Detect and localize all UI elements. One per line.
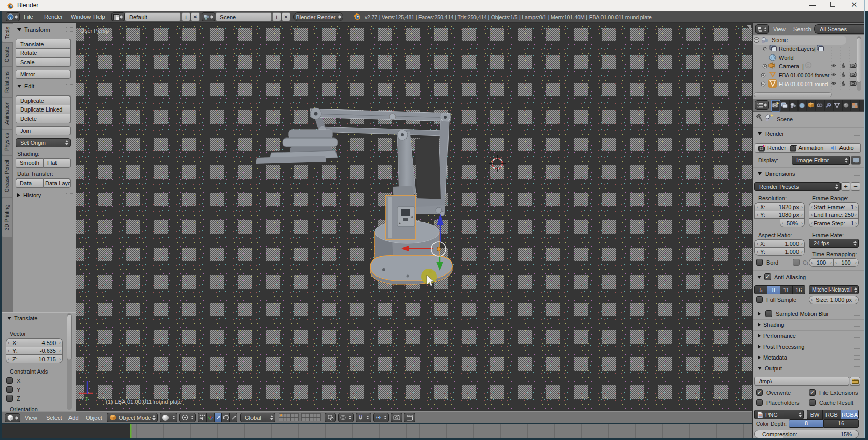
svg-text:World: World: [779, 54, 794, 61]
svg-text:Camera: Camera: [779, 63, 800, 70]
svg-text:|: |: [802, 63, 804, 70]
svg-text:C: C: [807, 63, 810, 68]
svg-text:EBA 01.00.011 round: EBA 01.00.011 round: [779, 81, 828, 87]
svg-text:Scene: Scene: [772, 37, 788, 43]
svg-text:RenderLayers: RenderLayers: [779, 46, 815, 52]
svg-text:EBA 01.00.004 forwar: EBA 01.00.004 forwar: [779, 73, 830, 78]
svg-text:|: |: [814, 46, 816, 52]
svg-text:(1) EBA 01.00.011 round plate: (1) EBA 01.00.011 round plate: [106, 398, 182, 405]
svg-text:User Persp: User Persp: [80, 28, 109, 34]
svg-text:y: y: [85, 395, 88, 401]
